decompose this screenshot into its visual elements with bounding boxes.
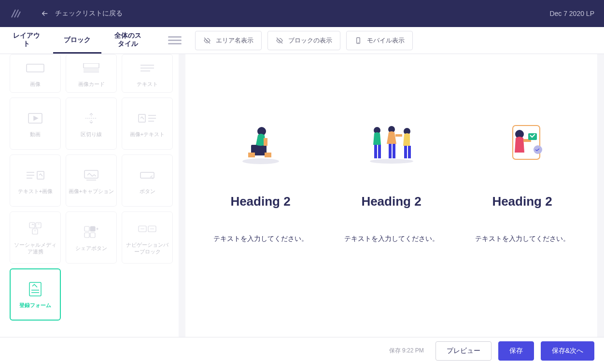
columns-block[interactable]: Heading 2 テキストを入力してください。 Heading 2	[205, 117, 578, 244]
back-to-checklist[interactable]: チェックリストに戻る	[41, 9, 123, 18]
block-display-label: ブロックの表示	[288, 36, 332, 45]
app-logo	[10, 8, 21, 19]
svg-rect-11	[84, 226, 89, 231]
project-name: Dec 7 2020 LP	[549, 10, 594, 17]
eye-off-icon	[276, 37, 283, 44]
column-heading[interactable]: Heading 2	[205, 194, 316, 209]
arrow-left-icon	[41, 9, 49, 18]
block-text[interactable]: テキスト	[122, 54, 173, 93]
column-text[interactable]: テキストを入力してください。	[466, 233, 578, 244]
block-label: ソーシャルメディア連携	[10, 241, 60, 255]
divider-icon	[82, 112, 101, 125]
block-label: 登録フォーム	[17, 302, 53, 308]
svg-rect-34	[408, 146, 411, 158]
image-caption-icon	[82, 168, 101, 182]
block-image[interactable]: 画像	[10, 54, 61, 93]
block-text-image[interactable]: テキスト+画像	[10, 154, 61, 207]
social-icon	[25, 222, 46, 236]
block-label: テキスト	[135, 81, 160, 87]
area-names-label: エリア名表示	[216, 36, 253, 45]
svg-rect-10	[32, 229, 38, 234]
page-canvas[interactable]: Heading 2 テキストを入力してください。 Heading 2	[185, 54, 597, 337]
illustration-1	[205, 117, 316, 170]
video-icon	[26, 112, 45, 125]
block-button[interactable]: ボタン	[122, 154, 173, 207]
svg-rect-8	[29, 223, 35, 228]
column-heading[interactable]: Heading 2	[336, 194, 447, 209]
top-nav: チェックリストに戻る Dec 7 2020 LP	[0, 0, 604, 27]
save-next-button[interactable]: 保存&次へ	[541, 341, 594, 361]
svg-rect-29	[389, 144, 392, 158]
block-divider[interactable]: 区切り線	[66, 98, 117, 150]
svg-rect-14	[90, 233, 95, 238]
button-icon	[138, 168, 157, 182]
svg-rect-23	[265, 153, 271, 157]
block-image-card[interactable]: 画像カード	[66, 54, 117, 93]
column-text[interactable]: テキストを入力してください。	[336, 233, 447, 244]
back-label: チェックリストに戻る	[55, 9, 123, 18]
svg-rect-1	[27, 64, 44, 72]
tab-style[interactable]: 全体のスタイル	[101, 27, 155, 54]
block-label: 画像+キャプション	[67, 188, 116, 195]
svg-rect-22	[248, 153, 255, 157]
block-form[interactable]: 登録フォーム	[10, 268, 61, 321]
mobile-icon	[354, 37, 362, 44]
editor-tabs: レイアウト ブロック 全体のスタイル	[0, 27, 155, 54]
canvas-area[interactable]: Heading 2 テキストを入力してください。 Heading 2	[179, 54, 604, 337]
blocks-panel: 画像 画像カード テキスト 動画 区切り線	[0, 54, 179, 337]
svg-rect-12	[90, 226, 95, 231]
image-icon	[26, 63, 45, 73]
navbar-icon	[137, 224, 158, 234]
svg-rect-13	[84, 233, 89, 238]
eye-off-icon	[203, 37, 211, 44]
svg-rect-6	[84, 170, 98, 178]
block-label: 画像+テキスト	[128, 131, 167, 138]
block-label: 区切り線	[79, 131, 104, 138]
image-text-icon	[137, 112, 158, 125]
column-text[interactable]: テキストを入力してください。	[205, 233, 316, 244]
svg-rect-5	[37, 171, 44, 179]
saved-timestamp: 保存 9:22 PM	[389, 347, 424, 355]
block-video[interactable]: 動画	[10, 98, 61, 150]
block-label: テキスト+画像	[16, 188, 55, 195]
svg-rect-31	[395, 134, 402, 137]
block-share[interactable]: シェアボタン	[66, 211, 117, 264]
svg-point-24	[370, 159, 413, 164]
illustration-3	[466, 117, 578, 170]
share-icon	[81, 225, 102, 239]
toggle-block-display[interactable]: ブロックの表示	[267, 31, 340, 50]
block-navbar[interactable]: ナビゲーションバーブロック	[122, 211, 173, 264]
tab-layout[interactable]: レイアウト	[0, 27, 53, 54]
svg-rect-33	[404, 146, 407, 158]
save-button[interactable]: 保存	[498, 341, 534, 361]
image-card-icon	[82, 63, 101, 73]
menu-icon[interactable]	[168, 34, 182, 46]
tab-toolbar-row: レイアウト ブロック 全体のスタイル エリア名表示 ブロックの表示 モバイル表示	[0, 27, 604, 54]
block-image-caption[interactable]: 画像+キャプション	[66, 154, 117, 207]
column-1[interactable]: Heading 2 テキストを入力してください。	[205, 117, 316, 244]
block-label: シェアボタン	[73, 245, 109, 252]
column-3[interactable]: Heading 2 テキストを入力してください。	[466, 117, 578, 244]
preview-button[interactable]: プレビュー	[435, 341, 492, 361]
tab-block[interactable]: ブロック	[53, 27, 101, 54]
view-toolbar: エリア名表示 ブロックの表示 モバイル表示	[195, 27, 413, 54]
column-heading[interactable]: Heading 2	[466, 194, 578, 209]
toggle-area-names[interactable]: エリア名表示	[195, 31, 262, 50]
block-label: ボタン	[138, 188, 157, 195]
column-2[interactable]: Heading 2 テキストを入力してください。	[336, 117, 447, 244]
form-icon	[26, 281, 45, 297]
mobile-display-label: モバイル表示	[367, 36, 405, 45]
block-social[interactable]: ソーシャルメディア連携	[10, 211, 61, 264]
svg-rect-9	[36, 223, 41, 228]
toggle-mobile-view[interactable]: モバイル表示	[346, 31, 413, 50]
block-label: 動画	[28, 131, 42, 138]
svg-rect-21	[264, 138, 267, 146]
svg-rect-2	[84, 63, 99, 68]
block-image-text[interactable]: 画像+テキスト	[122, 98, 173, 150]
illustration-2	[336, 117, 447, 170]
svg-rect-4	[139, 114, 145, 122]
footer-bar: 保存 9:22 PM プレビュー 保存 保存&次へ	[0, 337, 604, 364]
svg-rect-30	[393, 144, 395, 158]
svg-rect-17	[29, 282, 41, 296]
text-image-icon	[25, 168, 46, 182]
